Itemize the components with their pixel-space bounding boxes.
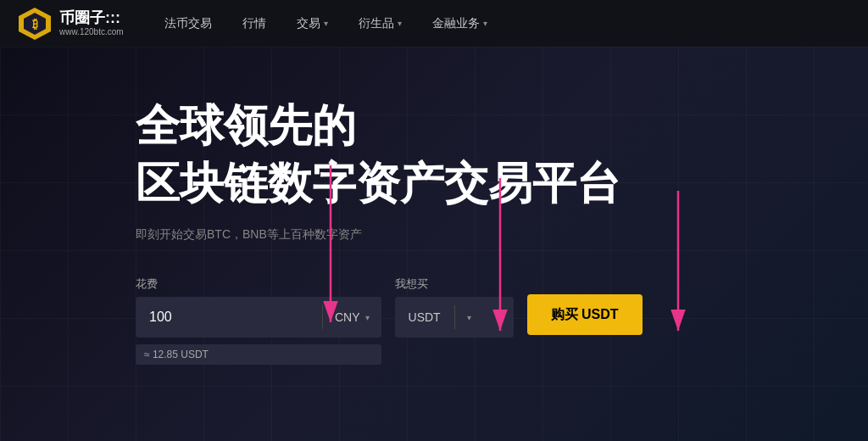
hero-content: 全球领先的 区块链数字资产交易平台 即刻开始交易BTC，BNB等上百种数字资产 … (136, 98, 643, 365)
estimate-badge: ≈ 12.85 USDT (136, 344, 381, 365)
finance-arrow-icon: ▾ (483, 19, 487, 28)
buy-usdt-button[interactable]: 购买 USDT (527, 294, 643, 335)
spend-group: 花费 CNY ▾ ≈ 12.85 USDT (136, 276, 381, 365)
spend-input[interactable] (136, 297, 322, 338)
spend-label: 花费 (136, 276, 381, 292)
cny-dropdown-arrow-icon: ▾ (365, 313, 370, 322)
derivatives-arrow-icon: ▾ (398, 19, 402, 28)
cny-currency-select[interactable]: CNY ▾ (323, 297, 381, 338)
nav-item-fiat[interactable]: 法币交易 (149, 0, 227, 47)
nav-item-market[interactable]: 行情 (227, 0, 281, 47)
hero-section: 全球领先的 区块链数字资产交易平台 即刻开始交易BTC，BNB等上百种数字资产 … (0, 47, 868, 441)
nav-links: 法币交易 行情 交易 ▾ 衍生品 ▾ 金融业务 ▾ (149, 0, 851, 47)
hero-subtitle: 即刻开始交易BTC，BNB等上百种数字资产 (136, 227, 643, 243)
want-group: 我想买 USDT ▾ (395, 276, 514, 338)
logo-icon: ₿ (17, 6, 53, 42)
logo-sub-text: www.120btc.com (59, 27, 124, 36)
trade-form: 花费 CNY ▾ ≈ 12.85 USDT 我想买 USDT (136, 276, 643, 365)
buy-group: placeholder 购买 USDT (527, 276, 643, 335)
usdt-label: USDT (395, 310, 454, 324)
trade-arrow-icon: ▾ (324, 19, 328, 28)
spend-input-row: CNY ▾ (136, 297, 381, 338)
logo-main-text: 币圈子::: (59, 10, 124, 27)
usdt-dropdown-arrow-icon: ▾ (467, 313, 471, 322)
cny-label: CNY (335, 310, 360, 324)
want-input-row: USDT ▾ (395, 297, 514, 338)
nav-item-derivatives[interactable]: 衍生品 ▾ (343, 0, 417, 47)
svg-text:₿: ₿ (32, 17, 38, 31)
usdt-currency-select[interactable]: ▾ (455, 297, 483, 338)
nav-item-finance[interactable]: 金融业务 ▾ (417, 0, 503, 47)
nav-item-trade[interactable]: 交易 ▾ (281, 0, 343, 47)
logo-text: 币圈子::: www.120btc.com (59, 10, 124, 36)
logo[interactable]: ₿ 币圈子::: www.120btc.com (17, 6, 124, 42)
hero-title: 全球领先的 区块链数字资产交易平台 (136, 98, 643, 212)
navbar: ₿ 币圈子::: www.120btc.com 法币交易 行情 交易 ▾ 衍生品… (0, 0, 868, 47)
want-label: 我想买 (395, 276, 514, 292)
